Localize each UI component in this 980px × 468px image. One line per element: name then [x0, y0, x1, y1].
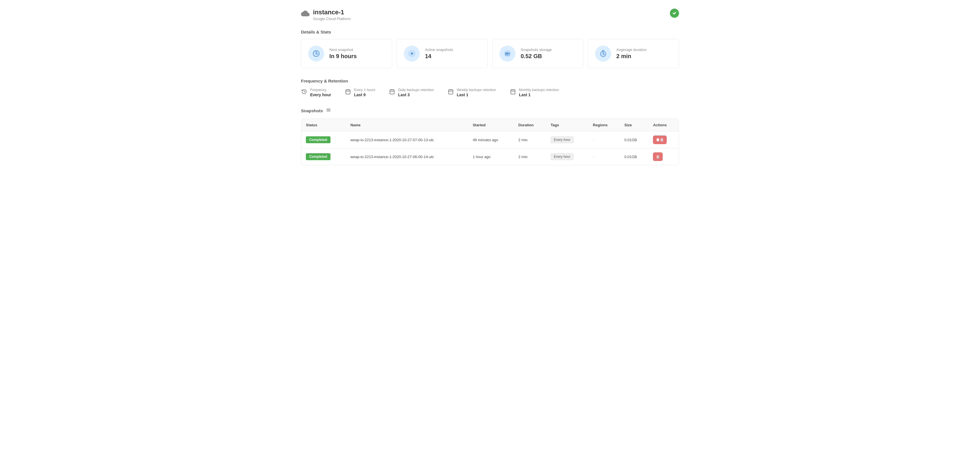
frequency-value: Every hour	[310, 92, 331, 97]
calendar-icon-2	[389, 89, 395, 95]
trash-icon	[656, 138, 660, 142]
header-title-group: instance-1 Google Cloud Platform	[313, 9, 351, 21]
row2-duration: 2 min.	[514, 148, 546, 165]
duration-icon-circle	[595, 46, 611, 62]
active-snapshots-text: Active snapshots 14	[425, 48, 453, 60]
freq-items-container: Frequency Every hour Every 1 hours Las	[301, 88, 679, 97]
svg-rect-16	[390, 90, 395, 94]
svg-point-8	[509, 53, 509, 54]
tag-pill: Every hour	[551, 153, 574, 160]
col-regions: Regions	[588, 119, 620, 132]
play-icon	[408, 49, 416, 57]
duration-value: 2 min	[616, 53, 647, 60]
next-snapshot-label: Next snapshot	[329, 48, 357, 52]
table-row: Completed weap-io-2213-instance-1-2020-1…	[301, 148, 679, 165]
row2-size: 0.01GB	[620, 148, 648, 165]
row1-status: Completed	[301, 132, 346, 148]
next-snapshot-value: In 9 hours	[329, 53, 357, 60]
snapshots-table: Status Name Started Duration Tags Region…	[301, 119, 679, 165]
header: instance-1 Google Cloud Platform	[301, 9, 679, 21]
header-left: instance-1 Google Cloud Platform	[301, 9, 351, 21]
status-check-icon	[670, 9, 679, 20]
svg-point-9	[509, 55, 509, 55]
calendar-icon-3	[448, 89, 454, 95]
weekly-text: Weekly backups retention Last 1	[457, 88, 496, 97]
stat-card-duration: Avgerage duration 2 min	[588, 39, 679, 68]
col-started: Started	[468, 119, 514, 132]
row1-started: 49 minutes ago	[468, 132, 514, 148]
frequency-retention-section: Frequency & Retention Frequency Every ho…	[301, 78, 679, 97]
table-header-row: Status Name Started Duration Tags Region…	[301, 119, 679, 132]
every-hours-label: Every 1 hours	[354, 88, 375, 92]
active-snapshots-value: 14	[425, 53, 453, 60]
storage-value: 0.52 GB	[521, 53, 552, 60]
row1-tags: Every hour	[546, 132, 589, 148]
freq-item-daily: Daily backups retention Last 3	[389, 88, 434, 97]
monthly-label: Monthly backups retention	[519, 88, 559, 92]
snapshots-title: Snapshots	[301, 108, 323, 113]
monthly-text: Monthly backups retention Last 1	[519, 88, 559, 97]
row2-status: Completed	[301, 148, 346, 165]
every-hours-value: Last 9	[354, 92, 375, 97]
next-snapshot-text: Next snapshot In 9 hours	[329, 48, 357, 60]
daily-text: Daily backups retention Last 3	[398, 88, 434, 97]
row2-actions: 🗑	[648, 148, 679, 165]
col-size: Size	[620, 119, 648, 132]
weekly-value: Last 1	[457, 92, 496, 97]
row2-started: 1 hour ago	[468, 148, 514, 165]
weekly-label: Weekly backups retention	[457, 88, 496, 92]
row2-tags: Every hour	[546, 148, 589, 165]
storage-text: Snapshots storage 0.52 GB	[521, 48, 552, 60]
snapshots-menu-icon[interactable]	[326, 107, 331, 114]
page-container: instance-1 Google Cloud Platform Details…	[290, 0, 690, 174]
row2-name: weap-io-2213-instance-1-2020-10-27-06-00…	[346, 148, 468, 165]
frequency-text: Frequency Every hour	[310, 88, 331, 97]
tag-pill: Every hour	[551, 136, 574, 143]
snapshots-header: Snapshots	[301, 107, 679, 114]
completed-badge: Completed	[306, 153, 331, 160]
col-duration: Duration	[514, 119, 546, 132]
instance-title: instance-1	[313, 9, 351, 16]
svg-rect-12	[346, 90, 350, 94]
frequency-label: Frequency	[310, 88, 331, 92]
svg-rect-20	[449, 90, 453, 94]
freq-item-every-hours: Every 1 hours Last 9	[345, 88, 375, 97]
row1-regions: -	[588, 132, 620, 148]
storage-icon-circle	[500, 46, 515, 62]
row1-actions: 🗑	[648, 132, 679, 148]
row1-duration: 2 min.	[514, 132, 546, 148]
completed-badge: Completed	[306, 136, 331, 143]
col-tags: Tags	[546, 119, 589, 132]
stat-card-active-snapshots: Active snapshots 14	[397, 39, 488, 68]
col-name: Name	[346, 119, 468, 132]
daily-value: Last 3	[398, 92, 434, 97]
delete-button-row2[interactable]: 🗑	[653, 152, 663, 161]
details-stats-title: Details & Stats	[301, 30, 679, 34]
stats-cards-container: Next snapshot In 9 hours Active snapshot…	[301, 39, 679, 68]
calendar-icon-1	[345, 89, 351, 95]
freq-item-frequency: Frequency Every hour	[301, 88, 331, 97]
next-snapshot-icon-circle	[308, 46, 324, 62]
delete-button-row1[interactable]: 🗑	[653, 135, 667, 144]
every-hours-text: Every 1 hours Last 9	[354, 88, 375, 97]
clock-icon	[312, 49, 320, 57]
freq-item-monthly: Monthly backups retention Last 1	[510, 88, 559, 97]
stat-card-storage: Snapshots storage 0.52 GB	[492, 39, 583, 68]
svg-rect-24	[511, 90, 515, 94]
platform-subtitle: Google Cloud Platform	[313, 17, 351, 21]
storage-label: Snapshots storage	[521, 48, 552, 52]
table-row: Completed weap-io-2213-instance-1-2020-1…	[301, 132, 679, 148]
active-snapshots-icon-circle	[404, 46, 420, 62]
col-status: Status	[301, 119, 346, 132]
history-icon	[301, 89, 307, 95]
details-stats-section: Details & Stats Next snapshot In 9 hours	[301, 30, 679, 68]
active-snapshots-label: Active snapshots	[425, 48, 453, 52]
stat-card-next-snapshot: Next snapshot In 9 hours	[301, 39, 392, 68]
freq-item-weekly: Weekly backups retention Last 1	[448, 88, 496, 97]
row1-name: weap-io-2213-instance-1-2020-10-27-07-00…	[346, 132, 468, 148]
col-actions: Actions	[648, 119, 679, 132]
snapshots-table-wrapper: Status Name Started Duration Tags Region…	[301, 119, 679, 165]
duration-text: Avgerage duration 2 min	[616, 48, 647, 60]
row2-regions: -	[588, 148, 620, 165]
freq-section-title: Frequency & Retention	[301, 78, 679, 83]
